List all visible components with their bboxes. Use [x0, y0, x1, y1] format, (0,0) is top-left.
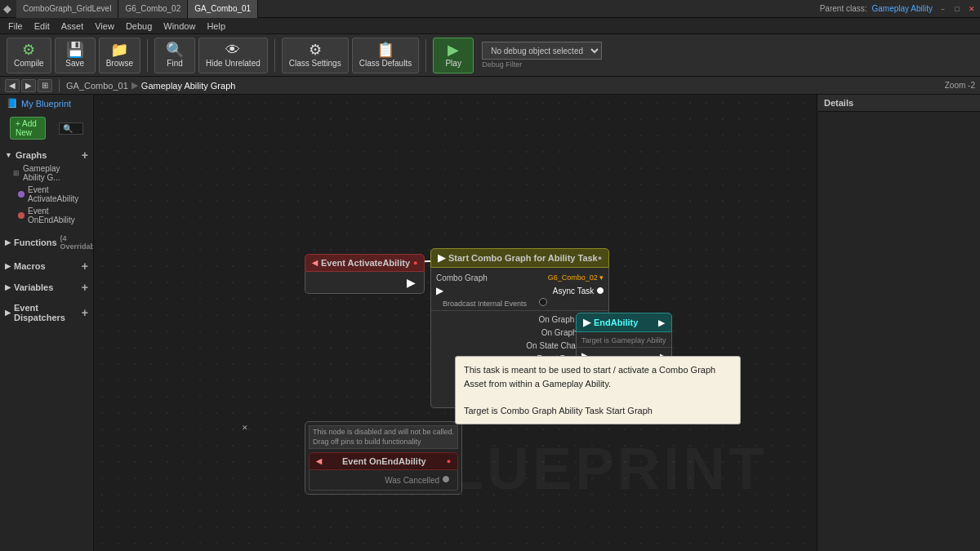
my-blueprint-label: My Blueprint — [21, 99, 71, 109]
compile-button[interactable]: ⚙ Compile — [7, 38, 51, 73]
start-combo-exec-in: ▶ — [438, 252, 445, 264]
event-on-end-dot — [18, 212, 24, 219]
start-combo-title: Start Combo Graph for Ability Task — [448, 253, 598, 263]
event-dispatchers-add-icon[interactable]: + — [82, 307, 88, 318]
breadcrumb-path1[interactable]: GA_Combo_01 — [66, 81, 128, 91]
save-label: Save — [65, 59, 84, 68]
menu-help[interactable]: Help — [202, 18, 230, 34]
menu-window[interactable]: Window — [158, 18, 200, 34]
gameplay-ability-graph-label: Gameplay Ability G... — [23, 164, 80, 182]
node-disabled: This node is disabled and will not be ca… — [305, 421, 462, 495]
event-on-end-label: Event OnEndAbility — [28, 207, 80, 224]
details-panel: Details — [817, 95, 980, 551]
tab-ga-combo[interactable]: GA_Combo_01 — [188, 0, 258, 18]
menu-file[interactable]: File — [3, 18, 28, 34]
start-combo-top-pin: ● — [598, 254, 602, 262]
class-defaults-label: Class Defaults — [359, 59, 412, 68]
broadcast-row: Broadcast Internal Events — [431, 297, 608, 309]
disabled-close-icon[interactable]: ✕ — [242, 424, 248, 433]
class-settings-icon: ⚙ — [309, 42, 322, 57]
start-combo-exec-in-pin: ▶ — [436, 285, 443, 296]
compile-label: Compile — [14, 59, 44, 68]
functions-label: Functions — [14, 238, 57, 247]
menu-edit[interactable]: Edit — [29, 18, 55, 34]
nav-back-button[interactable]: ◀ — [5, 79, 20, 92]
separator-3 — [425, 39, 426, 72]
variables-section: ▶ Variables + — [0, 277, 93, 298]
class-settings-label: Class Settings — [289, 59, 341, 68]
class-defaults-button[interactable]: 📋 Class Defaults — [352, 38, 419, 73]
disabled-header-label: Event OnEndAbility — [342, 456, 426, 466]
graph-icon: ⊞ — [13, 169, 20, 177]
maximize-button[interactable]: □ — [952, 4, 962, 14]
menu-bar: File Edit Asset View Debug Window Help — [0, 18, 980, 34]
debug-object-select[interactable]: No debug object selected — [482, 42, 602, 60]
find-label: Find — [167, 59, 182, 68]
variables-header[interactable]: ▶ Variables + — [0, 280, 93, 295]
blueprint-canvas[interactable]: BLUEPRINT ◀ Event ActivateAbility ● ▶ — [94, 95, 817, 551]
macros-section: ▶ Macros + — [0, 256, 93, 277]
top-right-area: Parent class: Gameplay Ability － □ ✕ — [820, 4, 977, 14]
sidebar-item-event-on-end[interactable]: Event OnEndAbility — [0, 205, 93, 226]
disabled-line2: Drag off pins to build functionality — [313, 438, 454, 447]
start-combo-async-task-label: Async Task — [553, 287, 594, 295]
play-label: Play — [445, 59, 461, 68]
functions-header[interactable]: ▶ Functions (4 Overridable) + — [0, 233, 93, 252]
main-area: 📘 My Blueprint + Add New ▼ Graphs + ⊞ Ga… — [0, 95, 980, 551]
end-ability-exec-out: ▶ — [658, 318, 665, 327]
find-icon: 🔍 — [166, 42, 184, 57]
tab-combo-grid[interactable]: ComboGraph_GridLevel — [16, 0, 118, 18]
app-icon: ◆ — [3, 2, 11, 15]
macros-add-icon[interactable]: + — [82, 260, 88, 272]
event-activate-exec-row: ▶ — [305, 275, 424, 290]
graphs-add-icon[interactable]: + — [82, 149, 88, 161]
minimize-button[interactable]: － — [938, 4, 947, 14]
event-dispatchers-label: Event Dispatchers — [14, 303, 82, 322]
menu-view[interactable]: View — [90, 18, 119, 34]
sidebar-item-event-activate[interactable]: Event ActivateAbility — [0, 184, 93, 205]
close-button[interactable]: ✕ — [967, 4, 977, 14]
nav-home-button[interactable]: ⊞ — [38, 79, 52, 92]
node-event-activate[interactable]: ◀ Event ActivateAbility ● ▶ — [305, 254, 425, 294]
functions-overridable: (4 Overridable) — [57, 234, 94, 251]
event-dispatchers-header[interactable]: ▶ Event Dispatchers + — [0, 301, 93, 324]
graphs-header[interactable]: ▼ Graphs + — [0, 148, 93, 162]
add-new-button[interactable]: + Add New — [10, 117, 46, 140]
tab-g6-combo[interactable]: G6_Combo_02 — [118, 0, 188, 18]
hide-unrelated-icon: 👁 — [225, 42, 240, 57]
class-settings-button[interactable]: ⚙ Class Settings — [282, 38, 349, 73]
combo-graph-label: Combo Graph — [436, 273, 548, 282]
menu-asset[interactable]: Asset — [56, 18, 89, 34]
find-button[interactable]: 🔍 Find — [154, 38, 195, 73]
event-activate-left-pin: ◀ — [312, 259, 318, 267]
compile-icon: ⚙ — [22, 42, 35, 57]
combo-graph-value[interactable]: G6_Combo_02 ▾ — [548, 273, 604, 282]
variables-label: Variables — [14, 282, 53, 292]
nav-forward-button[interactable]: ▶ — [21, 79, 36, 92]
sidebar-item-gameplay-ability-graph[interactable]: ⊞ Gameplay Ability G... — [0, 162, 93, 184]
event-activate-body: ▶ — [305, 272, 425, 294]
was-cancelled-row: Was Cancelled — [313, 473, 454, 487]
macros-header[interactable]: ▶ Macros + — [0, 259, 93, 273]
browse-button[interactable]: 📁 Browse — [99, 38, 140, 73]
debug-filter-label: Debug Filter — [482, 60, 602, 69]
disabled-node-body: Was Cancelled — [309, 470, 458, 491]
graphs-section: ▼ Graphs + ⊞ Gameplay Ability G... Event… — [0, 144, 93, 229]
broadcast-checkbox[interactable] — [539, 298, 547, 306]
variables-add-icon[interactable]: + — [82, 282, 88, 293]
save-button[interactable]: 💾 Save — [55, 38, 96, 73]
parent-class-value: Gameplay Ability — [872, 4, 933, 13]
end-ability-exec-in: ▶ — [583, 317, 590, 328]
tooltip-line2: Target is Combo Graph Ability Task Start… — [464, 404, 732, 418]
hide-unrelated-button[interactable]: 👁 Hide Unrelated — [198, 38, 268, 73]
disabled-node-header: ◀ Event OnEndAbility ● — [309, 452, 458, 470]
start-combo-exec-row: ▶ Async Task — [431, 284, 608, 297]
event-activate-label: Event ActivateAbility — [28, 185, 80, 203]
disabled-warning: This node is disabled and will not be ca… — [309, 425, 458, 449]
browse-label: Browse — [106, 59, 133, 68]
event-activate-title: Event ActivateAbility — [321, 258, 410, 268]
search-input[interactable] — [59, 122, 83, 135]
was-cancelled-pin — [443, 476, 449, 482]
menu-debug[interactable]: Debug — [121, 18, 157, 34]
play-button[interactable]: ▶ Play — [433, 38, 474, 73]
